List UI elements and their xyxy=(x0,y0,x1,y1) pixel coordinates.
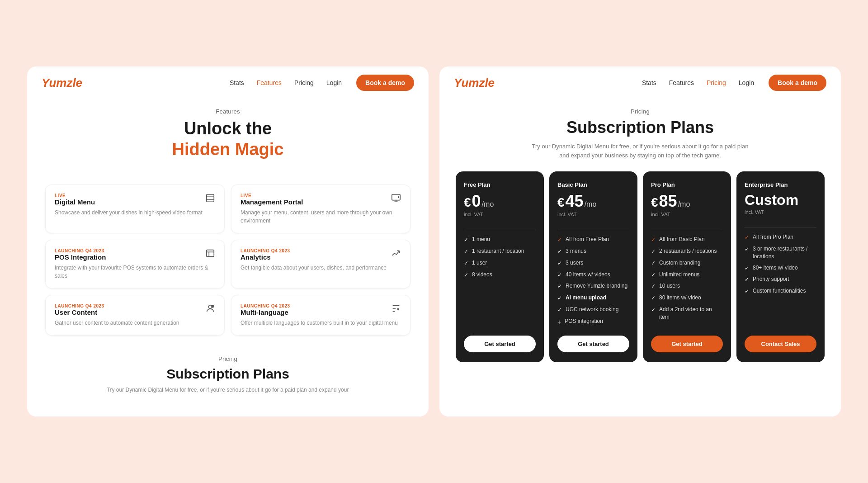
feature-text: All from Free Plan xyxy=(566,236,609,243)
feature-text: Add a 2nd video to an item xyxy=(659,306,723,321)
feature-text: 8 videos xyxy=(472,271,492,279)
plan-card-0: Free Plan € 0 /mo incl. VAT ✓1 menu✓1 re… xyxy=(456,171,544,362)
check-icon: ✓ xyxy=(651,248,656,256)
feature-text: 1 restaurant / location xyxy=(472,247,524,255)
feature-desc: Gather user content to automate content … xyxy=(55,319,215,327)
nav-features-right[interactable]: Features xyxy=(669,79,694,86)
feature-header: LAUNCHING Q4 2023 Multi-language xyxy=(241,303,401,316)
check-icon: ✓ xyxy=(557,260,562,267)
plan-price: Custom xyxy=(745,192,816,208)
svg-rect-0 xyxy=(207,194,214,202)
nav-pricing-left[interactable]: Pricing xyxy=(294,79,314,86)
plan-cta-btn-3[interactable]: Contact Sales xyxy=(745,336,816,352)
feature-icon xyxy=(205,193,215,205)
nav-features: Yumzle Stats Features Pricing Login Book… xyxy=(27,66,429,99)
plan-divider xyxy=(651,230,723,230)
feature-text: 3 users xyxy=(566,259,583,267)
logo-right: Yumzle xyxy=(454,76,495,90)
feature-text: 40 items w/ videos xyxy=(566,271,610,279)
feature-header: LAUNCHING Q4 2023 Analytics xyxy=(241,248,401,261)
feature-header: LAUNCHING Q4 2023 User Content xyxy=(55,303,215,316)
plan-feature: ✓Custom branding xyxy=(651,259,723,267)
plan-price: € 85 /mo xyxy=(651,192,723,211)
feature-name: Management Portal xyxy=(241,198,303,206)
book-demo-btn-left[interactable]: Book a demo xyxy=(356,75,414,91)
feature-card-pos-integration: LAUNCHING Q4 2023 POS Integration Integr… xyxy=(45,240,225,289)
feature-icon xyxy=(391,193,401,205)
plan-features: ✓1 menu✓1 restaurant / location✓1 user✓8… xyxy=(464,236,536,327)
plan-cta-btn-1[interactable]: Get started xyxy=(557,336,629,352)
check-icon: ✓ xyxy=(745,288,749,295)
pricing-teaser-label: Pricing xyxy=(45,355,410,362)
check-icon: ✓ xyxy=(651,271,656,279)
nav-stats-left[interactable]: Stats xyxy=(230,79,244,86)
plan-feature: ✓1 menu xyxy=(464,236,536,244)
plan-card-1: Basic Plan € 45 /mo incl. VAT ✓All from … xyxy=(549,171,637,362)
svg-rect-4 xyxy=(207,250,214,256)
feature-badge: LIVE xyxy=(241,193,303,198)
check-icon: ✓ xyxy=(557,248,562,256)
plan-feature: ✓8 videos xyxy=(464,271,536,279)
check-icon: ✓ xyxy=(464,271,468,279)
nav-pricing: Yumzle Stats Features Pricing Login Book… xyxy=(439,66,841,99)
plan-feature: ✓Priority support xyxy=(745,275,816,284)
plan-feature: ✓Custom functionalities xyxy=(745,287,816,295)
plan-feature: ✓1 user xyxy=(464,259,536,267)
pricing-subtitle: Try our Dynamic Digital Menu for free, o… xyxy=(527,142,753,161)
check-icon: ✓ xyxy=(651,306,656,314)
plan-cta-btn-2[interactable]: Get started xyxy=(651,336,723,352)
price-amount: 85 xyxy=(659,192,677,211)
check-icon: ✓ xyxy=(464,260,468,267)
feature-card-analytics: LAUNCHING Q4 2023 Analytics Get tangible… xyxy=(231,240,410,289)
plan-name: Free Plan xyxy=(464,181,536,188)
feature-desc: Integrate with your favourite POS system… xyxy=(55,264,215,280)
plan-features: ✓All from Pro Plan✓3 or more restaurants… xyxy=(745,233,816,327)
plan-card-2: Pro Plan € 85 /mo incl. VAT ✓All from Ba… xyxy=(643,171,731,362)
plan-feature: ✓All from Basic Plan xyxy=(651,236,723,244)
plan-cta-btn-0[interactable]: Get started xyxy=(464,336,536,352)
feature-icon xyxy=(205,303,215,316)
plan-vat: incl. VAT xyxy=(464,212,536,217)
feature-text: 1 menu xyxy=(472,236,490,243)
check-icon: ✓ xyxy=(557,283,562,290)
features-title: Unlock the Hidden Magic xyxy=(45,118,410,160)
nav-stats-right[interactable]: Stats xyxy=(642,79,656,86)
features-section: Features Unlock the Hidden Magic xyxy=(27,99,429,173)
plan-name: Basic Plan xyxy=(557,181,629,188)
feature-text: POS integration xyxy=(565,317,603,325)
features-title-line1: Unlock the xyxy=(184,119,272,138)
plan-features: ✓All from Basic Plan✓2 restaurants / loc… xyxy=(651,236,723,327)
feature-header: LAUNCHING Q4 2023 POS Integration xyxy=(55,248,215,261)
plan-feature: ✓1 restaurant / location xyxy=(464,247,536,256)
nav-login-right[interactable]: Login xyxy=(739,79,754,86)
plan-feature: ✓Unlimited menus xyxy=(651,271,723,279)
price-period: /mo xyxy=(678,200,690,208)
nav-links-right: Stats Features Pricing Login xyxy=(642,79,754,87)
check-icon: ✓ xyxy=(745,234,749,242)
check-icon: ✓ xyxy=(651,260,656,267)
pricing-teaser-title: Subscription Plans xyxy=(45,366,410,382)
pricing-title: Subscription Plans xyxy=(456,118,825,137)
plan-feature: +POS integration xyxy=(557,317,629,327)
feature-text: Unlimited menus xyxy=(659,271,699,279)
feature-card-digital-menu: LIVE Digital Menu Showcase and deliver y… xyxy=(45,185,225,233)
price-period: /mo xyxy=(482,200,494,208)
feature-text: AI menu upload xyxy=(566,294,606,302)
plan-features: ✓All from Free Plan✓3 menus✓3 users✓40 i… xyxy=(557,236,629,327)
page-wrapper: Yumzle Stats Features Pricing Login Book… xyxy=(27,66,841,416)
nav-features-left[interactable]: Features xyxy=(257,79,282,86)
nav-links-left: Stats Features Pricing Login xyxy=(230,79,342,87)
price-amount: 45 xyxy=(566,192,584,211)
feature-header: LIVE Management Portal xyxy=(241,193,401,206)
feature-text: 2 restaurants / locations xyxy=(659,247,717,255)
nav-login-left[interactable]: Login xyxy=(326,79,342,86)
plan-name: Pro Plan xyxy=(651,181,723,188)
check-icon: ✓ xyxy=(557,294,562,302)
book-demo-btn-right[interactable]: Book a demo xyxy=(769,75,826,91)
check-icon: ✓ xyxy=(651,294,656,302)
nav-pricing-right[interactable]: Pricing xyxy=(707,79,726,86)
plan-feature: ✓All from Pro Plan xyxy=(745,233,816,242)
feature-desc: Manage your menu, content, users and mor… xyxy=(241,208,401,225)
plan-vat: incl. VAT xyxy=(557,212,629,217)
feature-badge: LAUNCHING Q4 2023 xyxy=(241,248,290,253)
